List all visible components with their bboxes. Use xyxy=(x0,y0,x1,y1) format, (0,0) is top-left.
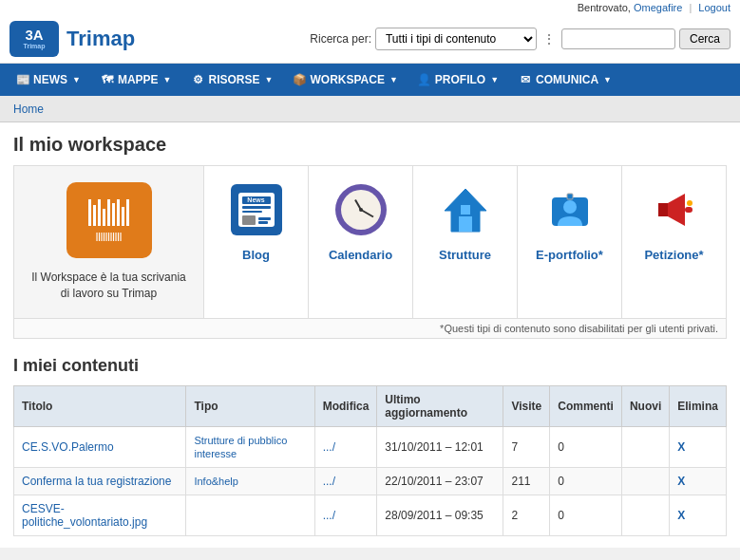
breadcrumb: Home xyxy=(0,96,740,122)
search-input[interactable] xyxy=(561,28,675,49)
workspace-description: Il Workspace è la tua scrivania di lavor… xyxy=(29,270,188,302)
table-row: CE.S.VO.PalermoStrutture di pubblico int… xyxy=(14,427,727,468)
strutture-label[interactable]: Strutture xyxy=(439,248,491,262)
username-link[interactable]: Omegafire xyxy=(634,2,682,13)
row-visite: 7 xyxy=(511,440,518,454)
contents-table: Titolo Tipo Modifica Ultimo aggiornament… xyxy=(13,385,727,536)
house-icon xyxy=(440,184,491,235)
workspace-item-strutture[interactable]: Strutture xyxy=(413,166,518,318)
strutture-icon-wrap xyxy=(437,181,494,238)
workspace-item-petizione[interactable]: Petizione* xyxy=(622,166,726,318)
row-elimina-link[interactable]: X xyxy=(677,475,685,488)
calendario-label[interactable]: Calendario xyxy=(329,248,392,262)
nav-item-workspace[interactable]: 📦 WORKSPACE ▼ xyxy=(282,66,407,93)
col-elimina: Elimina xyxy=(670,386,727,427)
megaphone-icon xyxy=(649,184,700,235)
col-visite: Visite xyxy=(503,386,550,427)
row-date: 28/09/2011 – 09:35 xyxy=(385,509,483,522)
profilo-nav-icon: 👤 xyxy=(417,72,432,87)
table-row: CESVE-politiche_volontariato.jpg.../28/0… xyxy=(14,495,727,536)
blog-icon-wrap: News xyxy=(228,181,285,238)
news-nav-icon: 📰 xyxy=(15,72,30,87)
logout-link[interactable]: Logout xyxy=(698,2,731,13)
col-titolo: Titolo xyxy=(14,386,186,427)
eportfolio-icon-wrap xyxy=(541,181,598,238)
nav-item-risorse[interactable]: ⚙ RISORSE ▼ xyxy=(181,66,283,93)
app-title: Trimap xyxy=(66,27,135,51)
search-type-select[interactable]: Tutti i tipi di contenuto xyxy=(375,28,537,50)
workspace-main-cell: ||||||||||| Il Workspace è la tua scriva… xyxy=(14,166,204,318)
risorse-nav-icon: ⚙ xyxy=(191,72,206,87)
svg-rect-8 xyxy=(685,207,693,213)
mappe-nav-icon: 🗺 xyxy=(100,72,115,87)
barcode-icon: ||||||||||| xyxy=(88,199,129,241)
blog-label[interactable]: Blog xyxy=(242,248,270,262)
row-commenti: 0 xyxy=(558,475,564,488)
col-commenti: Commenti xyxy=(550,386,622,427)
row-title-link[interactable]: CE.S.VO.Palermo xyxy=(22,440,114,454)
row-visite: 2 xyxy=(511,509,518,522)
my-contents-title: I miei contenuti xyxy=(13,356,727,376)
svg-rect-7 xyxy=(658,203,668,216)
portfolio-icon xyxy=(544,184,596,235)
workspace-item-eportfolio[interactable]: E-portfolio* xyxy=(518,166,622,318)
search-dots-icon: ⋮ xyxy=(541,31,558,47)
calendario-icon-wrap xyxy=(332,181,389,238)
row-tipo: Info&help xyxy=(194,476,237,487)
table-row: Conferma la tua registrazioneInfo&help..… xyxy=(14,468,727,495)
svg-rect-2 xyxy=(461,205,470,215)
search-area: Ricerca per: Tutti i tipi di contenuto ⋮… xyxy=(310,28,731,50)
row-title-link[interactable]: CESVE-politiche_volontariato.jpg xyxy=(22,502,147,529)
welcome-text: Bentrovato, xyxy=(578,2,631,13)
row-modifica-link[interactable]: .../ xyxy=(323,475,335,488)
search-label: Ricerca per: xyxy=(310,32,371,46)
row-modifica-link[interactable]: .../ xyxy=(323,509,335,522)
main-content: Il mio workspace xyxy=(0,122,740,548)
row-elimina-link[interactable]: X xyxy=(677,509,685,522)
svg-rect-5 xyxy=(567,194,573,199)
svg-rect-1 xyxy=(459,216,472,232)
nav-item-comunica[interactable]: ✉ COMUNICA ▼ xyxy=(508,66,621,93)
nav-item-news[interactable]: 📰 NEWS ▼ xyxy=(6,66,90,93)
workspace-item-blog[interactable]: News Blog xyxy=(204,166,309,318)
nav-item-mappe[interactable]: 🗺 MAPPE ▼ xyxy=(90,66,181,93)
workspace-nav-icon: 📦 xyxy=(292,72,307,87)
workspace-title: Il mio workspace xyxy=(13,134,727,156)
petizione-icon-wrap xyxy=(646,181,703,238)
col-ultimo: Ultimo aggiornamento xyxy=(377,386,503,427)
disabled-notice: *Questi tipi di contenuto sono disabilit… xyxy=(13,319,727,339)
main-nav: 📰 NEWS ▼ 🗺 MAPPE ▼ ⚙ RISORSE ▼ 📦 WORKSPA… xyxy=(0,64,740,96)
petizione-label[interactable]: Petizione* xyxy=(644,248,703,262)
eportfolio-label[interactable]: E-portfolio* xyxy=(536,248,603,262)
row-commenti: 0 xyxy=(558,440,564,454)
row-tipo: Strutture di pubblico interesse xyxy=(194,435,287,459)
logo-icon: 3A Trimap xyxy=(9,21,59,57)
row-visite: 211 xyxy=(511,475,530,488)
col-modifica: Modifica xyxy=(314,386,377,427)
search-button[interactable]: Cerca xyxy=(679,28,731,49)
row-title-link[interactable]: Conferma la tua registrazione xyxy=(22,475,171,488)
logo-area: 3A Trimap Trimap xyxy=(9,21,135,57)
row-date: 31/10/2011 – 12:01 xyxy=(385,440,483,454)
row-date: 22/10/2011 – 23:07 xyxy=(385,475,483,488)
row-modifica-link[interactable]: .../ xyxy=(323,440,335,454)
col-tipo: Tipo xyxy=(186,386,314,427)
clock-icon xyxy=(335,184,387,235)
svg-point-4 xyxy=(563,200,577,214)
header: 3A Trimap Trimap Ricerca per: Tutti i ti… xyxy=(0,15,740,64)
svg-point-9 xyxy=(687,200,693,206)
workspace-grid: ||||||||||| Il Workspace è la tua scriva… xyxy=(13,165,727,319)
comunica-nav-icon: ✉ xyxy=(518,72,533,87)
row-elimina-link[interactable]: X xyxy=(677,440,685,454)
breadcrumb-home[interactable]: Home xyxy=(13,103,44,116)
news-icon: News xyxy=(231,184,282,235)
nav-item-profilo[interactable]: 👤 PROFILO ▼ xyxy=(408,66,508,93)
top-user-bar: Bentrovato, Omegafire | Logout xyxy=(0,0,740,15)
col-nuovi: Nuovi xyxy=(621,386,669,427)
workspace-item-calendario[interactable]: Calendario xyxy=(309,166,413,318)
row-commenti: 0 xyxy=(558,509,564,522)
workspace-box-icon: ||||||||||| xyxy=(66,182,152,258)
